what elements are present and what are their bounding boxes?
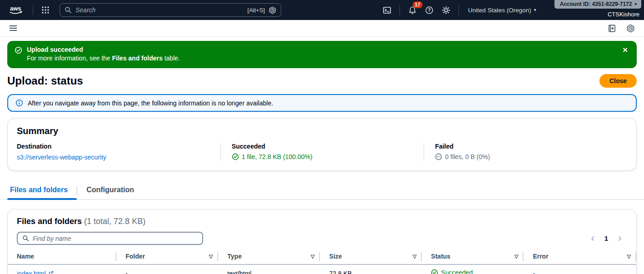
account-id-label: Account ID: 4351-8229-7172 bbox=[560, 1, 632, 7]
success-check-icon bbox=[15, 46, 22, 54]
table-controls: 1 bbox=[8, 226, 636, 250]
folder-cell: - bbox=[116, 264, 218, 274]
table-heading: Files and folders (1 total, 72.8 KB) bbox=[8, 217, 636, 226]
filter-icon[interactable]: ▽ bbox=[412, 254, 417, 259]
destination-label: Destination bbox=[17, 143, 211, 150]
succeeded-value: 1 file, 72.8 KB (100.00%) bbox=[242, 153, 313, 160]
tabs: Files and folders Configuration bbox=[0, 182, 644, 200]
column-header-size[interactable]: Size ▽ bbox=[320, 250, 422, 264]
summary-destination: Destination s3://serverless-webapp-secur… bbox=[17, 143, 220, 161]
menu-hamburger-icon[interactable] bbox=[6, 22, 20, 35]
success-check-icon bbox=[431, 269, 438, 274]
failed-label: Failed bbox=[435, 143, 618, 150]
column-header-folder[interactable]: Folder ▽ bbox=[116, 250, 218, 264]
status-text: Succeeded bbox=[441, 269, 473, 274]
clock-hexagon-icon[interactable] bbox=[624, 21, 638, 35]
next-page-icon[interactable] bbox=[615, 234, 624, 243]
status-cell: Succeeded bbox=[422, 264, 524, 274]
stopped-ellipsis-icon bbox=[435, 153, 442, 160]
summary-succeeded: Succeeded 1 file, 72.8 KB (100.00%) bbox=[220, 143, 424, 161]
succeeded-label: Succeeded bbox=[232, 143, 415, 150]
notifications-bell-icon[interactable]: 17 bbox=[405, 3, 419, 17]
info-icon bbox=[15, 99, 23, 107]
destination-link[interactable]: s3://serverless-webapp-security bbox=[17, 154, 106, 161]
column-label: Size bbox=[329, 253, 342, 260]
caret-down-icon: ▾ bbox=[534, 8, 536, 12]
search-icon bbox=[22, 235, 29, 242]
flashbar-message-prefix: For more information, see the bbox=[27, 55, 112, 62]
flashbar-message-bold: Files and folders bbox=[112, 55, 163, 62]
summary-card: Summary Destination s3://serverless-weba… bbox=[7, 118, 637, 171]
account-id-chip[interactable]: Account ID: 4351-8229-7172 ▾ bbox=[554, 0, 641, 9]
tab-label: Configuration bbox=[86, 186, 134, 194]
dismiss-flashbar-button[interactable]: × bbox=[621, 45, 629, 54]
flashbar-message: For more information, see the Files and … bbox=[27, 54, 180, 63]
region-label: United States (Oregon) bbox=[468, 7, 531, 14]
find-by-name-input[interactable] bbox=[33, 235, 198, 242]
svg-text:aws: aws bbox=[10, 5, 21, 12]
search-shortcut-hint: [Alt+S] bbox=[247, 7, 265, 14]
caret-down-icon: ▾ bbox=[634, 2, 637, 6]
failed-value: 0 files, 0 B (0%) bbox=[445, 153, 490, 160]
table-row: index.html - text/html 72.8 KB bbox=[8, 264, 636, 274]
column-label: Type bbox=[227, 253, 242, 260]
close-button[interactable]: Close bbox=[599, 74, 637, 88]
error-cell: - bbox=[524, 264, 636, 274]
region-selector[interactable]: United States (Oregon) ▾ bbox=[464, 4, 540, 16]
divider bbox=[33, 5, 33, 15]
search-input[interactable] bbox=[75, 6, 244, 14]
filter-icon[interactable]: ▽ bbox=[208, 254, 214, 259]
table-count: (1 total, 72.8 KB) bbox=[84, 217, 145, 226]
side-panel-icon[interactable] bbox=[605, 21, 619, 35]
size-cell: 72.8 KB bbox=[320, 264, 422, 274]
success-check-icon bbox=[232, 153, 239, 160]
aws-logo[interactable]: aws bbox=[5, 2, 27, 18]
page-header: Upload: status Close bbox=[0, 68, 644, 92]
column-label: Folder bbox=[125, 253, 145, 260]
page-title: Upload: status bbox=[7, 75, 83, 87]
type-cell: text/html bbox=[218, 264, 320, 274]
column-label: Error bbox=[533, 253, 548, 260]
files-table: Name Folder ▽ Type ▽ Size ▽ Status ▽ bbox=[8, 250, 636, 274]
info-alert: After you navigate away from this page, … bbox=[7, 94, 637, 112]
summary-failed: Failed 0 files, 0 B (0%) bbox=[424, 143, 627, 161]
aws-logo-icon: aws bbox=[8, 5, 25, 15]
pagination: 1 bbox=[588, 234, 624, 243]
svg-text:?: ? bbox=[428, 8, 430, 13]
flashbar-content: Upload succeeded For more information, s… bbox=[27, 45, 180, 63]
cloudshell-terminal-icon[interactable] bbox=[380, 3, 394, 17]
column-header-type[interactable]: Type ▽ bbox=[218, 250, 320, 264]
divider bbox=[459, 5, 459, 15]
current-page-number[interactable]: 1 bbox=[602, 234, 611, 243]
search-icon bbox=[65, 6, 72, 14]
console-toolbar bbox=[0, 20, 644, 37]
notifications-count-badge: 17 bbox=[413, 1, 423, 8]
previous-page-icon[interactable] bbox=[588, 234, 597, 243]
column-header-status[interactable]: Status ▽ bbox=[422, 250, 524, 264]
file-name-link[interactable]: index.html bbox=[17, 270, 54, 274]
filter-icon[interactable]: ▽ bbox=[514, 254, 519, 259]
username: CTSKishore bbox=[608, 11, 641, 18]
success-flashbar: Upload succeeded For more information, s… bbox=[7, 41, 637, 68]
settings-gear-icon[interactable] bbox=[439, 3, 453, 17]
flashbar-message-suffix: table. bbox=[163, 55, 180, 62]
apps-grid-icon[interactable] bbox=[39, 3, 52, 17]
column-header-name[interactable]: Name bbox=[8, 250, 116, 264]
filter-icon[interactable]: ▽ bbox=[626, 254, 632, 259]
global-search[interactable]: [Alt+S] bbox=[60, 3, 281, 17]
tab-configuration[interactable]: Configuration bbox=[77, 182, 143, 199]
tab-files-and-folders[interactable]: Files and folders bbox=[7, 182, 77, 199]
column-header-error[interactable]: Error ▽ bbox=[524, 250, 636, 264]
find-by-name-box[interactable] bbox=[17, 232, 203, 245]
table-title: Files and folders bbox=[17, 217, 82, 226]
top-navigation: aws [Alt+S] bbox=[0, 0, 644, 20]
account-area: Account ID: 4351-8229-7172 ▾ CTSKishore bbox=[554, 0, 641, 18]
external-link-icon bbox=[48, 270, 54, 274]
column-label: Status bbox=[431, 253, 450, 260]
summary-heading: Summary bbox=[17, 126, 627, 136]
filter-icon[interactable]: ▽ bbox=[310, 254, 315, 259]
file-name: index.html bbox=[17, 270, 46, 274]
column-label: Name bbox=[17, 253, 34, 260]
help-icon[interactable]: ? bbox=[422, 3, 436, 17]
divider bbox=[399, 5, 400, 15]
